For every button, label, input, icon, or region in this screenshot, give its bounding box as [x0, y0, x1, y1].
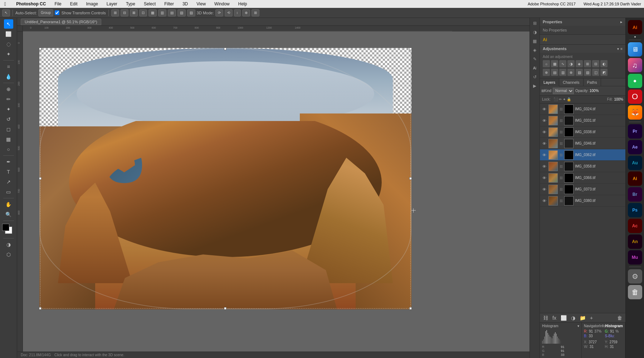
dock-music[interactable]: ♫ [628, 58, 642, 72]
toolbar-btn-4[interactable]: ⊡ [139, 9, 147, 16]
dock-ai[interactable]: Ai [628, 20, 642, 34]
adjustments-header[interactable]: Adjustments ▾ ≡ [540, 45, 625, 53]
menu-window[interactable]: Window [213, 1, 231, 7]
adj-vibrance[interactable]: ◈ [576, 60, 583, 67]
layer-row-1[interactable]: 👁 ⛓ IMG_0331.tif [540, 115, 625, 126]
side-btn-layers[interactable]: ▦ [531, 37, 539, 45]
photo-canvas[interactable] [39, 48, 411, 309]
layer-row-3[interactable]: 👁 ⛓ IMG_0346.tif [540, 138, 625, 149]
adj-menu[interactable]: ≡ [620, 47, 623, 51]
adj-collapse[interactable]: ▾ [617, 47, 619, 51]
layer-name-3[interactable]: IMG_0346.tif [575, 141, 624, 145]
adj-posterize[interactable]: ▧ [576, 69, 583, 76]
lock-transparent[interactable]: ⬛ [553, 97, 558, 101]
dock-firefox[interactable]: 🦊 [628, 105, 642, 120]
adj-color-balance[interactable]: ⊟ [592, 60, 599, 67]
menu-layer[interactable]: Layer [105, 1, 119, 7]
toolbar-btn-3[interactable]: ⊠ [130, 9, 138, 16]
menu-type[interactable]: Type [125, 1, 137, 7]
dock-opera[interactable]: O [628, 90, 642, 104]
dock-trash[interactable]: 🗑 [628, 285, 642, 299]
dock-acrobat[interactable]: Ac [628, 219, 642, 233]
opacity-value[interactable]: 100% [590, 89, 599, 93]
tool-pen[interactable]: ✒ [4, 157, 13, 166]
tool-eraser[interactable]: ◻ [4, 125, 13, 134]
side-btn-actions[interactable]: ▶ [531, 82, 539, 90]
adj-exposure[interactable]: ◑ [567, 60, 575, 67]
toolbar-move-tool[interactable]: ↖ [2, 9, 10, 16]
dock-muse[interactable]: Mu [628, 250, 642, 265]
toolbar-btn-2[interactable]: ⊟ [121, 9, 128, 16]
tab-channels[interactable]: Channels [559, 78, 583, 86]
tool-marquee[interactable]: ⬜ [4, 29, 13, 39]
tool-dodge[interactable]: ○ [4, 145, 13, 154]
3d-mode-btn-5[interactable]: ⊞ [252, 9, 259, 16]
layer-row-8[interactable]: 👁 ⛓ IMG_0380.tif [540, 195, 625, 207]
menu-photoshop[interactable]: Photoshop CC [15, 1, 47, 7]
layer-eye-1[interactable]: 👁 [541, 118, 547, 123]
toolbar-btn-1[interactable]: ⊞ [111, 9, 119, 16]
tool-zoom[interactable]: 🔍 [4, 210, 13, 219]
layer-row-7[interactable]: 👁 ⛓ IMG_0373.tif [540, 184, 625, 195]
dock-animate[interactable]: An [628, 234, 642, 249]
dock-finder[interactable]: 🖥 [628, 42, 642, 57]
side-btn-history[interactable]: ↺ [531, 73, 539, 81]
lock-image[interactable]: ✏ [559, 97, 562, 101]
dock-bridge[interactable]: Br [628, 187, 642, 202]
dock-settings[interactable]: ⚙ [628, 269, 642, 284]
adj-color-lookup[interactable]: ▥ [559, 69, 566, 76]
tool-hand[interactable]: ✋ [4, 200, 13, 209]
menu-select[interactable]: Select [142, 1, 157, 7]
tool-shape[interactable]: ▭ [4, 187, 13, 197]
toolbar-btn-6[interactable]: ▥ [158, 9, 166, 16]
adj-selective-color[interactable]: ◩ [600, 69, 608, 76]
adj-photo-filter[interactable]: ⊕ [543, 69, 550, 76]
menu-3d[interactable]: 3D [181, 1, 189, 7]
tool-heal[interactable]: ⊕ [4, 84, 13, 94]
fg-color-swatch[interactable] [2, 224, 9, 231]
side-btn-ai[interactable]: Ai [531, 64, 539, 72]
3d-mode-btn-3[interactable]: ↕ [234, 9, 241, 16]
layer-name-7[interactable]: IMG_0373.tif [575, 187, 624, 191]
adj-hsl[interactable]: ⊞ [584, 60, 591, 67]
layer-name-2[interactable]: IMG_0338.tif [575, 130, 624, 134]
tool-magic-wand[interactable]: ✦ [4, 49, 13, 59]
properties-header[interactable]: Properties ▸ [540, 18, 625, 26]
side-btn-adjustments[interactable]: ◑ [531, 28, 539, 36]
layer-row-6[interactable]: 👁 ⛓ IMG_0366.tif [540, 172, 625, 184]
adj-invert[interactable]: ⊗ [567, 69, 575, 76]
fill-value[interactable]: 100% [614, 97, 623, 101]
layer-eye-3[interactable]: 👁 [541, 141, 547, 146]
side-btn-properties[interactable]: ⊞ [531, 19, 539, 27]
menu-view[interactable]: View [195, 1, 207, 7]
3d-mode-btn-4[interactable]: ⊕ [242, 9, 250, 16]
lock-position[interactable]: ✦ [563, 97, 566, 101]
layers-group-btn[interactable]: 📁 [579, 315, 587, 321]
toolbar-btn-5[interactable]: ▦ [148, 9, 157, 16]
layers-new-btn[interactable]: + [589, 315, 594, 321]
3d-mode-btn-1[interactable]: ⟳ [215, 9, 223, 16]
dock-premiere[interactable]: Pr [628, 124, 642, 139]
adj-gradient-map[interactable]: ◫ [592, 69, 599, 76]
layers-link-btn[interactable]: ⛓ [542, 315, 549, 321]
info-tab-active[interactable]: Histogram [605, 324, 623, 328]
tab-paths[interactable]: Paths [584, 78, 601, 86]
toolbar-btn-9[interactable]: ▨ [187, 9, 195, 16]
layer-eye-7[interactable]: 👁 [541, 187, 547, 192]
document-tab[interactable]: Untitled_Panorama1 @ 50.1% (RGB/16*) [21, 19, 101, 25]
layer-eye-8[interactable]: 👁 [541, 199, 547, 203]
layer-name-1[interactable]: IMG_0331.tif [575, 118, 624, 122]
toolbar-btn-7[interactable]: ▤ [168, 9, 176, 16]
menu-file[interactable]: File [53, 1, 63, 7]
adj-channel-mixer[interactable]: ▤ [551, 69, 558, 76]
tool-clone[interactable]: ✦ [4, 105, 13, 114]
tool-text[interactable]: T [4, 167, 13, 176]
layer-name-5[interactable]: IMG_0358.tif [575, 164, 624, 168]
layer-name-6[interactable]: IMG_0366.tif [575, 176, 624, 180]
layer-eye-5[interactable]: 👁 [541, 164, 547, 169]
layers-delete-btn[interactable]: 🗑 [616, 315, 623, 321]
layer-row-2[interactable]: 👁 ⛓ IMG_0338.tif [540, 126, 625, 138]
layer-name-8[interactable]: IMG_0380.tif [575, 199, 624, 203]
tool-gradient[interactable]: ▦ [4, 135, 13, 144]
tool-crop[interactable]: ⌗ [4, 62, 13, 71]
